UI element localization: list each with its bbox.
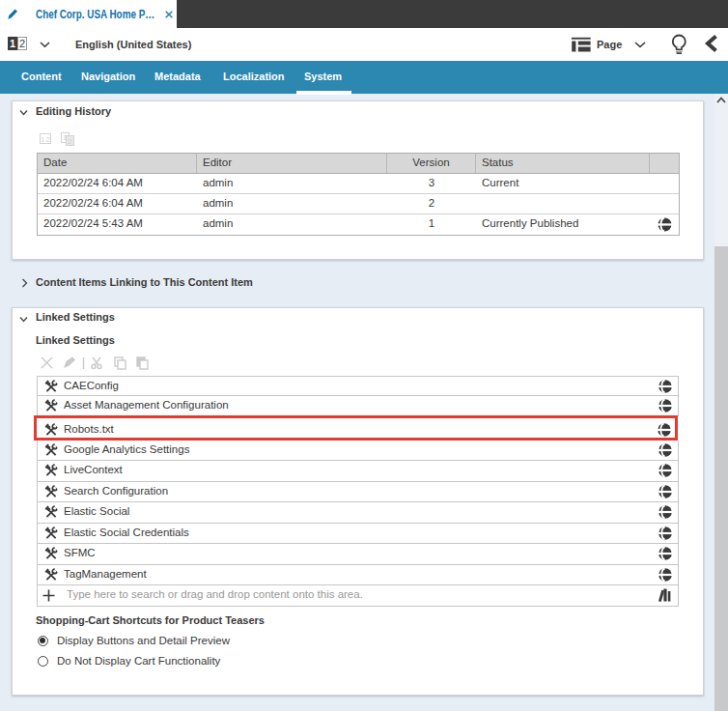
svg-text:1: 1	[41, 135, 45, 144]
svg-text:1: 1	[10, 38, 15, 49]
svg-text:2: 2	[19, 38, 25, 49]
svg-text:2: 2	[68, 137, 72, 146]
svg-text:2: 2	[45, 135, 50, 144]
